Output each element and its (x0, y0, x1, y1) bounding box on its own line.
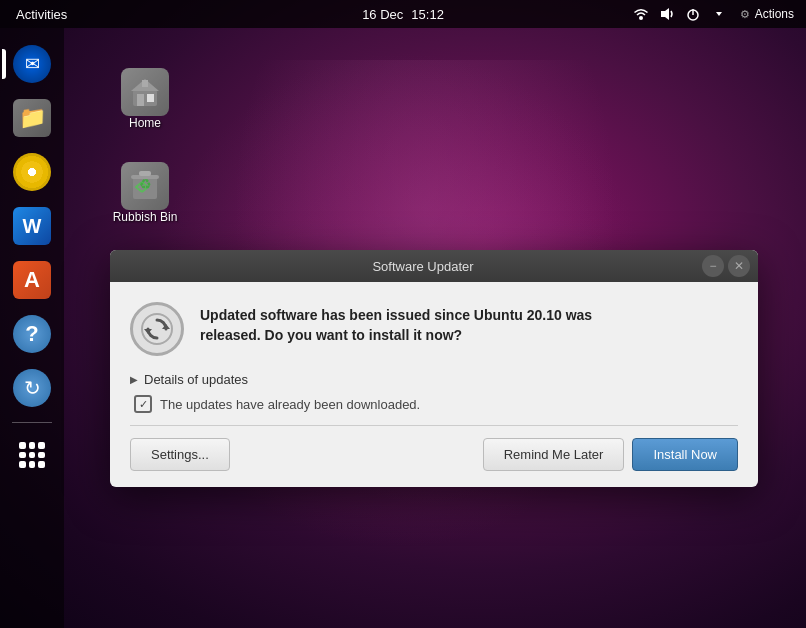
dock-item-rhythmbox[interactable] (8, 148, 56, 196)
time-display: 15:12 (411, 7, 444, 22)
dock-item-appstore[interactable] (8, 256, 56, 304)
desktop: Activities 16 Dec 15:12 (0, 0, 806, 628)
actions-label: Actions (755, 7, 794, 21)
topbar-clock: 16 Dec 15:12 (362, 7, 444, 22)
dialog-body: Updated software has been issued since U… (110, 282, 758, 487)
downloaded-text: The updates have already been downloaded… (160, 397, 420, 412)
dock (0, 28, 64, 628)
svg-marker-4 (716, 12, 722, 16)
dialog-buttons: Settings... Remind Me Later Install Now (130, 438, 738, 471)
svg-point-0 (639, 16, 643, 20)
files-icon (13, 99, 51, 137)
updater-app-icon (130, 302, 184, 356)
dock-divider (12, 422, 52, 423)
system-menu-arrow[interactable] (708, 3, 730, 25)
home-icon (121, 68, 169, 116)
trash-icon: ♻ (121, 162, 169, 210)
svg-rect-7 (147, 94, 154, 102)
topbar-right: ⚙ Actions (630, 3, 806, 25)
svg-marker-1 (661, 8, 669, 20)
date-display: 16 Dec (362, 7, 403, 22)
writer-icon (13, 207, 51, 245)
dialog-separator (130, 425, 738, 426)
dock-item-writer[interactable] (8, 202, 56, 250)
desktop-icon-home[interactable]: Home (105, 68, 185, 130)
rhythmbox-icon (13, 153, 51, 191)
software-updater-dialog: Software Updater − ✕ (110, 250, 758, 487)
dialog-header-row: Updated software has been issued since U… (130, 302, 738, 356)
dock-item-files[interactable] (8, 94, 56, 142)
btn-right-group: Remind Me Later Install Now (483, 438, 738, 471)
dock-item-help[interactable] (8, 310, 56, 358)
downloaded-checkbox-icon: ✓ (134, 395, 152, 413)
topbar: Activities 16 Dec 15:12 (0, 0, 806, 28)
power-icon[interactable] (682, 3, 704, 25)
close-button[interactable]: ✕ (728, 255, 750, 277)
apps-grid-icon (13, 436, 51, 474)
details-arrow-icon: ▶ (130, 374, 138, 385)
details-toggle[interactable]: ▶ Details of updates (130, 372, 738, 387)
trash-label: Rubbish Bin (113, 210, 178, 224)
activities-button[interactable]: Activities (8, 7, 75, 22)
desktop-icon-trash[interactable]: ♻ Rubbish Bin (105, 162, 185, 224)
dialog-titlebar: Software Updater − ✕ (110, 250, 758, 282)
updater-icon (13, 369, 51, 407)
minimize-button[interactable]: − (702, 255, 724, 277)
svg-text:♻: ♻ (139, 176, 152, 192)
dialog-details: ▶ Details of updates ✓ The updates have … (130, 372, 738, 413)
svg-rect-6 (137, 94, 144, 106)
volume-icon[interactable] (656, 3, 678, 25)
actions-menu[interactable]: ⚙ Actions (734, 5, 800, 23)
dock-item-apps-grid[interactable] (8, 431, 56, 479)
help-icon (13, 315, 51, 353)
svg-rect-9 (142, 80, 148, 87)
thunderbird-icon (13, 45, 51, 83)
dock-item-updater[interactable] (8, 364, 56, 412)
remind-later-button[interactable]: Remind Me Later (483, 438, 625, 471)
home-label: Home (129, 116, 161, 130)
downloaded-row: ✓ The updates have already been download… (130, 395, 738, 413)
settings-button[interactable]: Settings... (130, 438, 230, 471)
appstore-icon (13, 261, 51, 299)
network-icon[interactable] (630, 3, 652, 25)
dialog-title: Software Updater (144, 259, 702, 274)
dialog-controls: − ✕ (702, 255, 750, 277)
dock-item-thunderbird[interactable] (8, 40, 56, 88)
details-label: Details of updates (144, 372, 248, 387)
dialog-message: Updated software has been issued since U… (200, 302, 592, 345)
install-now-button[interactable]: Install Now (632, 438, 738, 471)
